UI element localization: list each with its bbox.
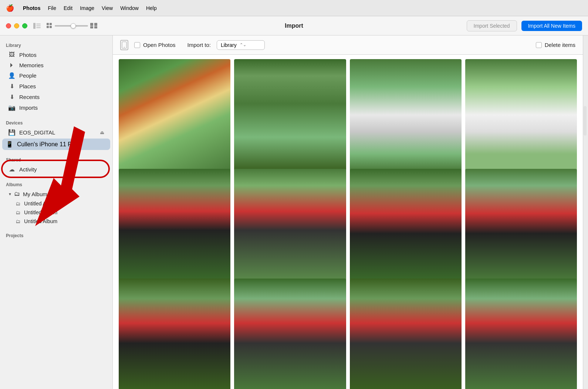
svg-point-15 (124, 47, 125, 47)
titlebar-actions: Import Selected Import All New Items (467, 20, 582, 31)
delete-items-text: Delete items (545, 42, 575, 48)
menubar: 🍎 Photos File Edit Image View Window Hel… (0, 0, 588, 16)
my-albums-row[interactable]: ▼ 🗂 My Albums (2, 189, 110, 199)
size-slider-track[interactable] (55, 25, 88, 27)
sidebar-item-eos-digital[interactable]: 💾 EOS_DIGITAL ⏏ (2, 127, 110, 138)
albums-section-label: Albums (0, 179, 112, 189)
devices-section: Devices 💾 EOS_DIGITAL ⏏ 📱 Cullen's iPhon… (0, 117, 112, 150)
sidebar-item-people[interactable]: 👤 People (2, 70, 110, 81)
svg-rect-3 (36, 27, 41, 28)
titlebar: Import Import Selected Import All New It… (0, 16, 588, 35)
open-photos-label: Open Photos (143, 42, 176, 48)
apple-menu[interactable]: 🍎 (6, 4, 14, 12)
window-menu[interactable]: Window (120, 5, 139, 11)
sidebar-activity-label: Activity (19, 166, 37, 173)
content-area: Open Photos Import to: Library ⌃⌄ Delete… (113, 35, 583, 389)
sidebar-icon[interactable] (33, 23, 41, 29)
svg-rect-11 (94, 26, 97, 28)
size-slider-thumb[interactable] (71, 23, 76, 28)
imports-icon: 📷 (8, 104, 16, 111)
sidebar-memories-label: Memories (19, 62, 44, 68)
minimize-button[interactable] (14, 23, 19, 28)
file-menu[interactable]: File (48, 5, 56, 11)
memories-icon: ⏵ (8, 62, 16, 68)
eject-icon[interactable]: ⏏ (100, 130, 104, 135)
view-menu[interactable]: View (102, 5, 113, 11)
sidebar-recents-label: Recents (19, 94, 40, 100)
svg-rect-10 (90, 26, 93, 28)
photo-cell[interactable] (234, 59, 346, 171)
photo-cell[interactable] (350, 169, 462, 280)
eos-label: EOS_DIGITAL (19, 129, 55, 136)
photo-cell[interactable] (119, 279, 230, 389)
devices-section-label: Devices (0, 117, 112, 127)
photo-cell[interactable] (119, 59, 230, 171)
sidebar-people-label: People (19, 72, 37, 79)
svg-rect-4 (47, 23, 49, 25)
open-photos-checkbox-label[interactable]: Open Photos (134, 42, 176, 48)
album-icon-2: 🗂 (16, 210, 20, 215)
import-selected-button[interactable]: Import Selected (467, 20, 517, 31)
sidebar-item-memories[interactable]: ⏵ Memories (2, 60, 110, 70)
photo-cell[interactable] (350, 279, 462, 389)
main-layout: Library 🖼 Photos ⏵ Memories 👤 People ⬇ P… (0, 35, 588, 389)
sidebar-item-places[interactable]: ⬇ Places (2, 81, 110, 92)
album-icon-3: 🗂 (16, 219, 20, 224)
edit-menu[interactable]: Edit (64, 5, 72, 11)
close-button[interactable] (6, 23, 11, 28)
select-chevron-icon: ⌃⌄ (240, 42, 246, 47)
eos-icon: 💾 (8, 129, 16, 136)
untitled-album-2-label: Untitled Album (24, 209, 57, 215)
iphone-icon: 📱 (6, 141, 13, 148)
open-photos-checkbox[interactable] (134, 42, 140, 48)
sidebar-imports-label: Imports (19, 105, 38, 111)
photo-cell[interactable] (465, 169, 577, 280)
grid-large-icon (90, 23, 98, 29)
my-albums-label: My Albums (23, 191, 50, 197)
untitled-album-3-label: Untitled Album (24, 218, 57, 224)
sidebar: Library 🖼 Photos ⏵ Memories 👤 People ⬇ P… (0, 35, 113, 389)
window-title: Import (285, 23, 303, 29)
maximize-button[interactable] (22, 23, 27, 28)
library-section-label: Library (0, 40, 112, 50)
photo-cell[interactable] (350, 59, 462, 171)
svg-rect-8 (90, 23, 93, 26)
people-icon: 👤 (8, 72, 16, 79)
import-to-value: Library (221, 42, 237, 48)
sidebar-item-activity[interactable]: ☁ Activity (2, 164, 110, 175)
svg-rect-1 (36, 24, 41, 24)
recents-icon: ⬇ (8, 93, 16, 100)
scrollbar-track[interactable] (583, 35, 588, 389)
delete-items-checkbox[interactable] (536, 42, 542, 48)
delete-items-label[interactable]: Delete items (536, 42, 575, 48)
photo-grid (113, 55, 583, 389)
activity-icon: ☁ (8, 166, 16, 173)
photo-cell[interactable] (465, 59, 577, 171)
device-thumbnail (120, 40, 128, 50)
sidebar-item-iphone[interactable]: 📱 Cullen's iPhone 11 Pro (2, 139, 110, 150)
thumbnail-size-slider[interactable] (47, 23, 98, 29)
photo-cell[interactable] (465, 279, 577, 389)
sidebar-item-imports[interactable]: 📷 Imports (2, 102, 110, 113)
my-albums-folder-icon: 🗂 (14, 191, 20, 197)
shared-section: Shared ☁ Activity (0, 154, 112, 175)
sidebar-item-photos[interactable]: 🖼 Photos (2, 50, 110, 60)
places-icon: ⬇ (8, 83, 16, 90)
photo-cell[interactable] (119, 169, 230, 280)
svg-rect-9 (94, 23, 97, 26)
sidebar-item-untitled-album-1[interactable]: 🗂 Untitled Album (0, 199, 112, 208)
image-menu[interactable]: Image (80, 5, 94, 11)
photo-cell[interactable] (234, 169, 346, 280)
app-name[interactable]: Photos (23, 5, 40, 11)
sidebar-toggle-area (33, 23, 41, 29)
photo-cell[interactable] (234, 279, 346, 389)
sidebar-item-untitled-album-2[interactable]: 🗂 Untitled Album (0, 208, 112, 217)
import-all-button[interactable]: Import All New Items (521, 21, 582, 31)
help-menu[interactable]: Help (146, 5, 157, 11)
sidebar-item-untitled-album-3[interactable]: 🗂 Untitled Album (0, 217, 112, 226)
import-to-text: Import to: (187, 42, 211, 48)
import-to-select[interactable]: Library ⌃⌄ (217, 40, 265, 50)
scrollbar-thumb[interactable] (584, 106, 587, 136)
sidebar-item-recents[interactable]: ⬇ Recents (2, 92, 110, 102)
untitled-album-1-label: Untitled Album (24, 201, 57, 207)
